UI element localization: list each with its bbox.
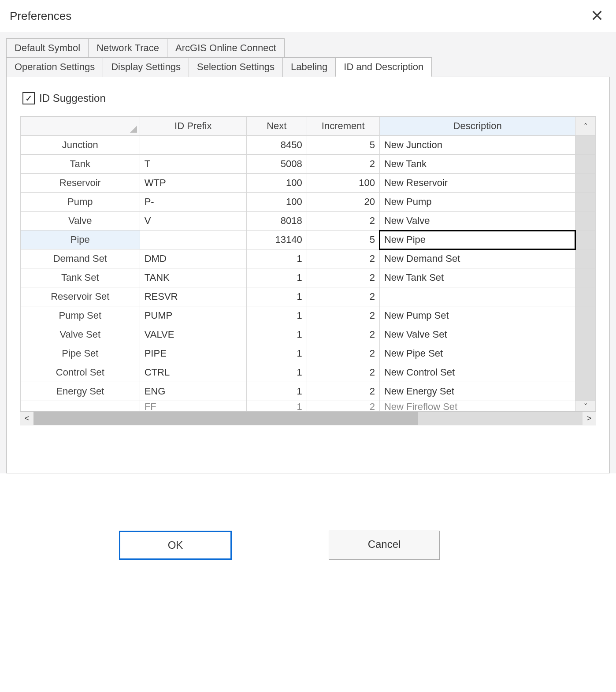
row-header[interactable]: Junction	[21, 136, 140, 155]
cell-description[interactable]	[379, 287, 575, 306]
cell-description[interactable]: New Control Set	[379, 363, 575, 382]
table-row[interactable]: PumpP-10020New Pump	[21, 193, 596, 212]
cell-id-prefix[interactable]: VALVE	[140, 325, 246, 344]
row-header[interactable]: Valve	[21, 212, 140, 231]
cell-next[interactable]: 1	[246, 287, 307, 306]
cell-description[interactable]: New Pipe Set	[379, 344, 575, 363]
cell-id-prefix[interactable]: RESVR	[140, 287, 246, 306]
row-header[interactable]: Tank	[21, 155, 140, 174]
cell-increment[interactable]: 2	[307, 325, 379, 344]
col-increment[interactable]: Increment	[307, 117, 379, 136]
col-next[interactable]: Next	[246, 117, 307, 136]
cell-next[interactable]: 5008	[246, 155, 307, 174]
cell-next[interactable]: 1	[246, 249, 307, 268]
cell-next[interactable]: 1	[246, 382, 307, 401]
tab-default-symbol[interactable]: Default Symbol	[6, 38, 89, 57]
cell-description[interactable]: New Valve	[379, 212, 575, 231]
cell-increment[interactable]: 2	[307, 363, 379, 382]
close-icon[interactable]: ✕	[588, 8, 606, 24]
scroll-v-track[interactable]	[575, 231, 596, 249]
cell-description[interactable]: New Tank Set	[379, 268, 575, 287]
scroll-v-track[interactable]	[575, 212, 596, 231]
cell-next[interactable]: 1	[246, 306, 307, 325]
cell-increment[interactable]: 2	[307, 382, 379, 401]
row-header[interactable]: Tank Set	[21, 268, 140, 287]
table-row[interactable]: Pump SetPUMP12New Pump Set	[21, 306, 596, 325]
cancel-button[interactable]: Cancel	[329, 531, 440, 560]
cell-description[interactable]: New Tank	[379, 155, 575, 174]
cell-id-prefix[interactable]: CTRL	[140, 363, 246, 382]
cell-id-prefix[interactable]	[140, 231, 246, 249]
table-row[interactable]: Reservoir SetRESVR12	[21, 287, 596, 306]
table-row[interactable]: Tank SetTANK12New Tank Set	[21, 268, 596, 287]
scroll-v-track[interactable]	[575, 136, 596, 155]
tab-arcgis-online-connect[interactable]: ArcGIS Online Connect	[167, 38, 285, 57]
col-description[interactable]: Description	[379, 117, 575, 136]
row-header[interactable]: Pump Set	[21, 306, 140, 325]
cell-description[interactable]: New Pump	[379, 193, 575, 212]
cell-description[interactable]: New Valve Set	[379, 325, 575, 344]
cell-description[interactable]: New Demand Set	[379, 249, 575, 268]
scroll-down-icon[interactable]: ˅	[575, 401, 596, 412]
cell-increment[interactable]: 2	[307, 268, 379, 287]
scroll-v-track[interactable]	[575, 363, 596, 382]
cell-increment[interactable]: 2	[307, 306, 379, 325]
table-row[interactable]: Junction84505New Junction	[21, 136, 596, 155]
scroll-h-track[interactable]	[33, 412, 583, 425]
tab-operation-settings[interactable]: Operation Settings	[6, 57, 103, 77]
cell-description[interactable]: New Junction	[379, 136, 575, 155]
cell-increment[interactable]: 5	[307, 231, 379, 249]
table-row[interactable]: Valve SetVALVE12New Valve Set	[21, 325, 596, 344]
cell-description[interactable]: New Pump Set	[379, 306, 575, 325]
row-header[interactable]: Energy Set	[21, 382, 140, 401]
cell-id-prefix[interactable]: PIPE	[140, 344, 246, 363]
tab-selection-settings[interactable]: Selection Settings	[189, 57, 283, 77]
cell-increment[interactable]: 20	[307, 193, 379, 212]
scroll-v-track[interactable]	[575, 382, 596, 401]
scroll-v-track[interactable]	[575, 287, 596, 306]
table-row[interactable]: ValveV80182New Valve	[21, 212, 596, 231]
cell-description[interactable]: New Reservoir	[379, 174, 575, 193]
cell-next[interactable]: 100	[246, 174, 307, 193]
row-header[interactable]: Valve Set	[21, 325, 140, 344]
cell-description[interactable]: New Pipe	[379, 231, 575, 249]
scroll-v-track[interactable]	[575, 306, 596, 325]
table-row[interactable]: TankT50082New Tank	[21, 155, 596, 174]
tab-display-settings[interactable]: Display Settings	[103, 57, 189, 77]
cell-increment[interactable]: 2	[307, 249, 379, 268]
row-header[interactable]: Pipe Set	[21, 344, 140, 363]
cell-id-prefix[interactable]: P-	[140, 193, 246, 212]
cell-increment[interactable]: 100	[307, 174, 379, 193]
cell-next[interactable]: 13140	[246, 231, 307, 249]
cell-next[interactable]: 100	[246, 193, 307, 212]
cell-id-prefix[interactable]: ENG	[140, 382, 246, 401]
cell-id-prefix[interactable]: PUMP	[140, 306, 246, 325]
scroll-v-track[interactable]	[575, 193, 596, 212]
table-row[interactable]: Pipe SetPIPE12New Pipe Set	[21, 344, 596, 363]
row-header[interactable]: Control Set	[21, 363, 140, 382]
cell-next[interactable]: 1	[246, 268, 307, 287]
id-suggestion-checkbox[interactable]: ✓	[22, 92, 35, 104]
scroll-v-track[interactable]	[575, 268, 596, 287]
table-row[interactable]: ReservoirWTP100100New Reservoir	[21, 174, 596, 193]
row-header[interactable]: Reservoir	[21, 174, 140, 193]
scroll-h-thumb[interactable]	[33, 412, 418, 425]
cell-next[interactable]: 1	[246, 363, 307, 382]
scroll-right-icon[interactable]: >	[583, 412, 596, 425]
cell-id-prefix[interactable]: TANK	[140, 268, 246, 287]
cell-id-prefix[interactable]	[140, 136, 246, 155]
table-row[interactable]: Demand SetDMD12New Demand Set	[21, 249, 596, 268]
table-row[interactable]: Energy SetENG12New Energy Set	[21, 382, 596, 401]
cell-next[interactable]: 8018	[246, 212, 307, 231]
row-header[interactable]: Pump	[21, 193, 140, 212]
scroll-v-track[interactable]	[575, 325, 596, 344]
cell-increment[interactable]: 2	[307, 212, 379, 231]
cell-id-prefix[interactable]: V	[140, 212, 246, 231]
cell-next[interactable]: 1	[246, 325, 307, 344]
scroll-v-track[interactable]	[575, 174, 596, 193]
tab-network-trace[interactable]: Network Trace	[88, 38, 167, 57]
col-id-prefix[interactable]: ID Prefix	[140, 117, 246, 136]
row-header[interactable]: Pipe	[21, 231, 140, 249]
ok-button[interactable]: OK	[119, 531, 232, 560]
row-header[interactable]: Reservoir Set	[21, 287, 140, 306]
